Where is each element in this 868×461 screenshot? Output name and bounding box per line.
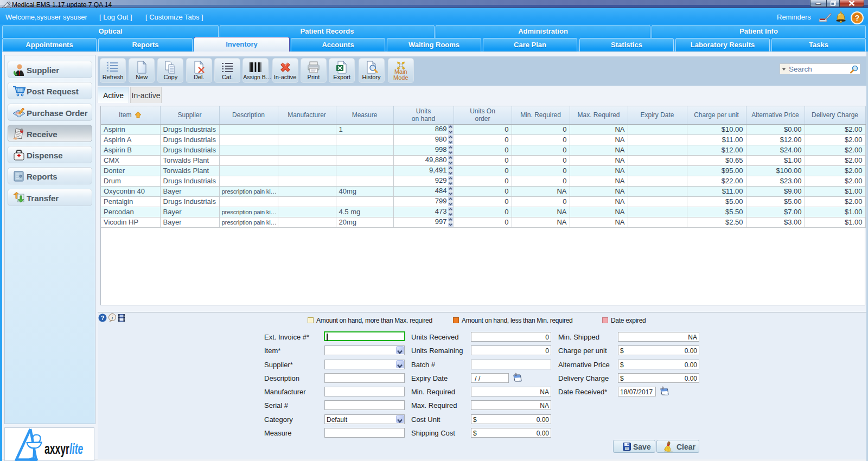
svg-text:?: ? — [855, 14, 860, 22]
svg-text:?: ? — [101, 315, 105, 321]
